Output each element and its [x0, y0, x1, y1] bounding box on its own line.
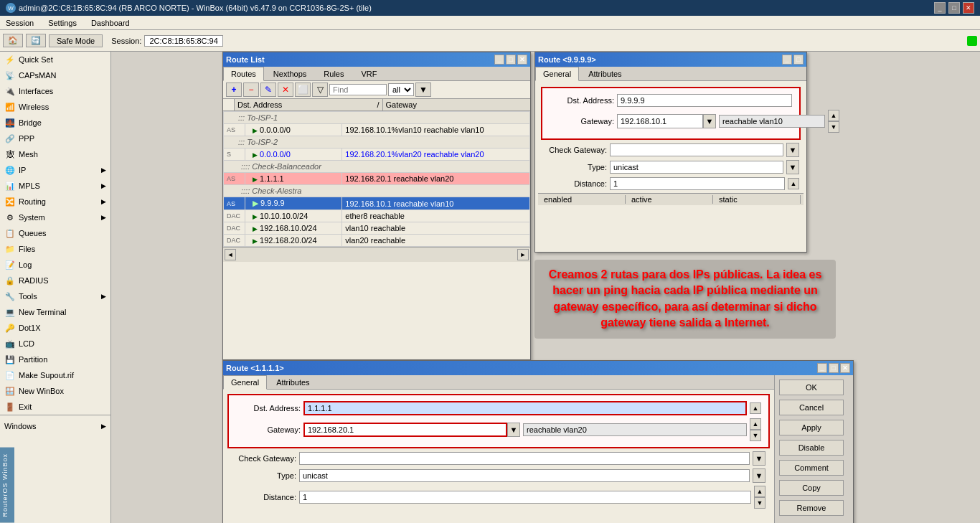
table-row[interactable]: :::: Check-Balanceador [224, 161, 530, 173]
gateway-field[interactable] [617, 114, 703, 128]
route-edit-maximize[interactable]: □ [829, 363, 839, 373]
route-detail-maximize[interactable]: □ [793, 55, 804, 65]
add-route-button[interactable]: + [226, 83, 242, 97]
distance-scroll-up[interactable]: ▲ [788, 178, 799, 189]
table-row[interactable]: DAC ▶ 10.10.10.0/24 ether8 reachable [224, 210, 530, 222]
tab-edit-attributes[interactable]: Attributes [268, 375, 317, 389]
gateway-scroll-down[interactable]: ▼ [828, 121, 839, 133]
home-button[interactable]: 🏠 [3, 34, 23, 47]
edit-check-gateway-field[interactable] [299, 452, 750, 465]
scroll-left-btn[interactable]: ◄ [225, 249, 236, 260]
table-row[interactable]: ::: To-ISP-1 [224, 112, 530, 124]
edit-type-dropdown[interactable]: ▼ [753, 468, 765, 483]
sidebar-item-interfaces[interactable]: 🔌 Interfaces [0, 83, 110, 99]
disable-button[interactable]: Disable [779, 440, 844, 456]
sidebar-item-mpls[interactable]: 📊 MPLS ▶ [0, 178, 110, 194]
find-input[interactable] [329, 84, 387, 95]
table-row[interactable]: AS ▶ 0.0.0.0/0 192.168.10.1%vlan10 reach… [224, 124, 530, 136]
type-field[interactable] [610, 161, 783, 174]
filter-route-button[interactable]: ▽ [312, 83, 328, 97]
sidebar-item-partition[interactable]: 💾 Partition [0, 352, 110, 367]
edit-distance-field[interactable] [299, 491, 751, 504]
find-select[interactable]: all [388, 83, 414, 96]
gateway-dropdown-btn[interactable]: ▼ [703, 114, 716, 128]
find-dropdown-btn[interactable]: ▼ [415, 83, 431, 97]
route-edit-minimize[interactable]: _ [817, 363, 827, 373]
sidebar-item-queues[interactable]: 📋 Queues [0, 225, 110, 241]
gateway-scroll-up[interactable]: ▲ [828, 110, 839, 121]
tab-rules[interactable]: Rules [316, 67, 352, 80]
route-list-controls[interactable]: _ □ ✕ [494, 55, 527, 65]
remove-button[interactable]: Remove [779, 500, 844, 516]
route-detail-controls[interactable]: _ □ [782, 55, 804, 65]
comment-button[interactable]: Comment [779, 460, 844, 476]
sidebar-item-wireless[interactable]: 📶 Wireless [0, 99, 110, 115]
title-bar-controls[interactable]: _ □ ✕ [934, 2, 974, 14]
sidebar-item-windows[interactable]: Windows ▶ [0, 415, 110, 436]
edit-gateway-dropdown-btn[interactable]: ▼ [507, 423, 520, 437]
table-row[interactable]: DAC ▶ 192.168.20.0/24 vlan20 reachable [224, 235, 530, 247]
tab-edit-general[interactable]: General [223, 375, 267, 390]
type-dropdown[interactable]: ▼ [786, 160, 799, 174]
table-row[interactable]: AS ▶ 9.9.9.9 192.168.10.1 reachable vlan… [224, 197, 530, 210]
edit-gateway-scroll-down[interactable]: ▼ [750, 430, 761, 441]
sidebar-item-capsman[interactable]: 📡 CAPsMAN [0, 67, 110, 83]
edit-type-field[interactable] [299, 469, 750, 482]
sidebar-item-make-supout[interactable]: 📄 Make Supout.rif [0, 367, 110, 383]
sidebar-item-ip[interactable]: 🌐 IP ▶ [0, 162, 110, 178]
menu-dashboard[interactable]: Dashboard [88, 17, 133, 29]
sidebar-item-tools[interactable]: 🔧 Tools ▶ [0, 288, 110, 304]
cancel-button[interactable]: Cancel [779, 400, 844, 415]
tab-vrf[interactable]: VRF [353, 67, 385, 80]
route-list-close[interactable]: ✕ [517, 55, 527, 65]
sidebar-item-new-winbox[interactable]: 🪟 New WinBox [0, 383, 110, 399]
copy-route-button[interactable]: ⬜ [295, 83, 311, 97]
copy-button[interactable]: Copy [779, 480, 844, 496]
sidebar-item-files[interactable]: 📁 Files [0, 241, 110, 257]
edit-dst-scroll-up[interactable]: ▲ [750, 402, 761, 414]
route-edit-controls[interactable]: _ □ ✕ [817, 363, 850, 373]
sidebar-item-exit[interactable]: 🚪 Exit [0, 399, 110, 415]
edit-check-gateway-dropdown[interactable]: ▼ [753, 451, 765, 466]
tab-nexthops[interactable]: Nexthops [265, 67, 314, 80]
col-gateway[interactable]: Gateway [383, 99, 531, 110]
edit-dst-address-field[interactable] [303, 401, 747, 415]
table-row[interactable]: AS ▶ 1.1.1.1 192.168.20.1 reachable vlan… [224, 173, 530, 185]
route-list-maximize[interactable]: □ [506, 55, 516, 65]
dst-address-field[interactable] [617, 94, 792, 107]
edit-gateway-scroll-up[interactable]: ▲ [750, 418, 761, 430]
route-edit-close[interactable]: ✕ [840, 363, 850, 373]
sidebar-item-ppp[interactable]: 🔗 PPP [0, 131, 110, 146]
tab-detail-general[interactable]: General [535, 67, 579, 81]
menu-settings[interactable]: Settings [45, 17, 80, 29]
table-row[interactable]: ::: To-ISP-2 [224, 136, 530, 149]
maximize-button[interactable]: □ [948, 2, 960, 14]
sidebar-item-radius[interactable]: 🔒 RADIUS [0, 273, 110, 288]
apply-button[interactable]: Apply [779, 420, 844, 435]
sidebar-item-system[interactable]: ⚙ System ▶ [0, 209, 110, 225]
check-gateway-field[interactable] [610, 143, 783, 156]
table-row[interactable]: S ▶ 0.0.0.0/0 192.168.20.1%vlan20 reacha… [224, 149, 530, 161]
route-list-minimize[interactable]: _ [494, 55, 504, 65]
sidebar-item-dot1x[interactable]: 🔑 Dot1X [0, 320, 110, 336]
edit-gateway-field[interactable] [303, 423, 507, 437]
distance-field[interactable] [610, 177, 785, 190]
close-button[interactable]: ✕ [963, 2, 974, 14]
edit-distance-scroll-down[interactable]: ▼ [754, 497, 765, 509]
edit-route-button[interactable]: ✎ [260, 83, 276, 97]
sidebar-item-bridge[interactable]: 🌉 Bridge [0, 115, 110, 131]
tab-routes[interactable]: Routes [223, 67, 264, 81]
col-dst-address[interactable]: Dst. Address/ [235, 99, 383, 110]
sidebar-item-new-terminal[interactable]: 💻 New Terminal [0, 304, 110, 320]
safe-mode-button[interactable]: Safe Mode [49, 34, 103, 47]
delete-route-button[interactable]: ✕ [278, 83, 293, 97]
menu-session[interactable]: Session [3, 17, 37, 29]
scroll-right-btn[interactable]: ► [517, 249, 529, 260]
sidebar-item-quick-set[interactable]: ⚡ Quick Set [0, 52, 110, 67]
sidebar-item-lcd[interactable]: 📺 LCD [0, 336, 110, 352]
table-row[interactable]: :::: Check-Alestra [224, 185, 530, 197]
edit-distance-scroll-up[interactable]: ▲ [754, 486, 765, 497]
sidebar-item-log[interactable]: 📝 Log [0, 257, 110, 273]
sidebar-item-mesh[interactable]: 🕸 Mesh [0, 146, 110, 162]
refresh-button[interactable]: 🔄 [26, 34, 46, 47]
